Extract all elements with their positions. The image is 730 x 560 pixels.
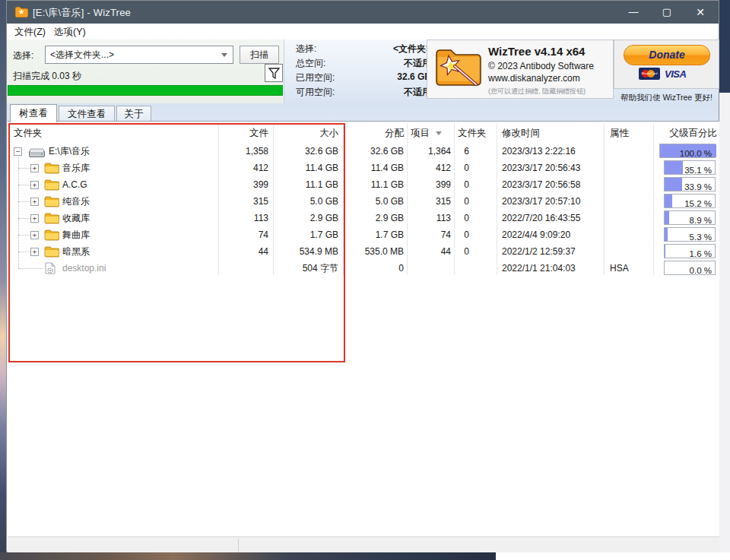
menu-item-file[interactable]: 文件(Z) [14, 26, 46, 39]
tree-connector [18, 201, 30, 202]
table-row[interactable]: + A.C.G39911.1 GB11.1 GB39902023/3/17 20… [8, 176, 719, 193]
cell-modified: 2023/3/17 20:57:10 [502, 193, 580, 210]
tab-about[interactable]: 关于 [116, 106, 151, 122]
cell-modified: 2022/4/4 9:09:20 [502, 226, 570, 243]
expand-icon[interactable]: + [30, 231, 39, 239]
desktop-wallpaper-left [0, 0, 6, 560]
folder-select-value: <选择文件夹...> [50, 46, 114, 63]
cell-allocated: 0 [338, 260, 404, 277]
cell-size: 11.1 GB [270, 176, 338, 193]
tree-node-label: desktop.ini [62, 260, 106, 277]
folder-select-dropdown[interactable]: <选择文件夹...> [45, 46, 233, 64]
file-icon [44, 262, 56, 280]
percent-bar [665, 161, 683, 174]
wiztree-window: [E:\库\音乐] - WizTree — ▢ ✕ 文件(Z) 选项(Y) 选择… [6, 0, 719, 552]
status-bar-divider [238, 539, 239, 552]
table-row[interactable]: + 舞曲库741.7 GB1.7 GB7402022/4/4 9:09:205.… [8, 226, 719, 243]
cell-size: 504 字节 [270, 260, 338, 277]
column-header-parent-percent[interactable]: 父级百分比 [658, 127, 717, 140]
cell-parent-percent: 8.9 % [664, 210, 716, 225]
table-row[interactable]: + 纯音乐3155.0 GB5.0 GB31502023/3/17 20:57:… [8, 193, 719, 210]
website-link[interactable]: www.diskanalyzer.com [488, 73, 580, 84]
tree-connector [18, 155, 19, 268]
tree-node-label: 暗黑系 [62, 243, 90, 260]
cell-parent-percent: 15.2 % [664, 194, 716, 208]
table-row[interactable]: + 音乐库41211.4 GB11.4 GB41202023/3/17 20:5… [8, 160, 719, 176]
cell-size: 534.9 MB [270, 243, 338, 260]
menu-item-options[interactable]: 选项(Y) [54, 26, 86, 39]
select-label: 选择: [13, 49, 33, 62]
cell-attributes: HSA [610, 260, 629, 277]
expand-icon[interactable]: + [30, 214, 39, 223]
tab-tree-view[interactable]: 树查看 [10, 104, 57, 122]
cell-files: 74 [200, 226, 268, 243]
expand-icon[interactable]: + [30, 181, 39, 189]
cell-modified: 2022/1/1 21:04:03 [502, 260, 576, 277]
app-version-title: WizTree v4.14 x64 [488, 45, 585, 58]
info-row-total-space: 总空间: 不适用 [290, 55, 431, 70]
expand-icon[interactable]: + [30, 198, 39, 206]
expand-icon[interactable]: + [30, 164, 39, 172]
donation-note: (您可以通过捐赠, 隐藏捐赠按钮) [488, 87, 586, 96]
column-header-items[interactable]: 项目 [411, 127, 430, 140]
title-bar[interactable]: [E:\库\音乐] - WizTree — ▢ ✕ [7, 1, 719, 24]
cell-folders: 0 [436, 210, 469, 226]
column-header-size[interactable]: 大小 [270, 127, 338, 140]
percent-bar [665, 195, 672, 207]
table-row[interactable]: + 暗黑系44534.9 MB535.0 MB4402022/1/2 12:59… [8, 243, 719, 260]
tab-file-view[interactable]: 文件查看 [59, 106, 115, 122]
column-header-folder-tree[interactable]: 文件夹 [14, 127, 43, 140]
table-header-row: 文件夹 文件 大小 分配 项目 文件夹 修改时间 属性 父级百分比 [8, 124, 719, 142]
mastercard-icon: MasterCard [639, 68, 660, 80]
column-header-files[interactable]: 文件 [200, 127, 268, 140]
tree-connector [18, 168, 30, 169]
donate-button[interactable]: Donate [624, 45, 710, 65]
cell-folders: 0 [436, 226, 469, 243]
cell-size: 11.4 GB [270, 160, 338, 176]
filter-funnel-icon [268, 68, 280, 79]
cell-size: 32.6 GB [270, 143, 338, 160]
cell-modified: 2023/3/13 2:22:16 [502, 143, 576, 160]
tree-connector [18, 252, 30, 252]
expand-icon[interactable]: + [30, 248, 39, 256]
column-header-allocated[interactable]: 分配 [338, 127, 404, 140]
percent-text: 0.0 % [690, 262, 712, 279]
column-header-attributes[interactable]: 属性 [610, 127, 629, 140]
app-icon [15, 7, 28, 17]
scan-progress-bar [8, 85, 283, 96]
tree-node-label: 音乐库 [62, 160, 90, 176]
cell-files: 113 [200, 210, 268, 226]
table-row[interactable]: desktop.ini504 字节02022/1/1 21:04:03HSA0.… [8, 260, 719, 277]
cell-files: 399 [200, 176, 268, 193]
info-row-free-space: 可用空间: 不适用 [290, 84, 431, 99]
filter-button[interactable] [265, 64, 283, 82]
cell-parent-percent: 33.9 % [664, 177, 716, 191]
close-button[interactable]: ✕ [684, 1, 717, 24]
column-header-modified[interactable]: 修改时间 [502, 127, 540, 140]
tree-connector [18, 268, 43, 269]
scan-toolbar: 选择: <选择文件夹...> 扫描 扫描完成 0.03 秒 [7, 40, 284, 103]
desktop-wallpaper-topright [719, 0, 730, 93]
tree-connector [18, 218, 30, 219]
status-bar [8, 536, 719, 552]
header-panel: 选择: <选择文件夹...> 扫描 扫描完成 0.03 秒 选择: <文件夹> … [7, 40, 719, 103]
scan-button[interactable]: 扫描 [240, 46, 279, 64]
tree-node-label: 收藏库 [62, 210, 90, 226]
maximize-button[interactable]: ▢ [650, 1, 684, 24]
desktop-wallpaper-right [719, 93, 730, 552]
info-label: 可用空间: [296, 86, 335, 99]
cell-parent-percent: 35.1 % [664, 160, 716, 175]
cell-files: 1,358 [200, 143, 268, 160]
table-row[interactable]: − E:\库\音乐1,35832.6 GB32.6 GB1,36462023/3… [8, 143, 719, 160]
menu-bar: 文件(Z) 选项(Y) [7, 24, 719, 40]
tree-node-label: 舞曲库 [62, 226, 90, 243]
minimize-button[interactable]: — [617, 1, 650, 24]
cell-folders: 0 [436, 193, 469, 210]
column-header-folders[interactable]: 文件夹 [458, 127, 487, 140]
table-row[interactable]: + 收藏库1132.9 GB2.9 GB11302022/7/20 16:43:… [8, 210, 719, 226]
about-panel: WizTree v4.14 x64 © 2023 Antibody Softwa… [427, 40, 614, 99]
cell-files: 412 [200, 160, 268, 176]
cell-files: 44 [200, 243, 268, 260]
cell-files: 315 [200, 193, 268, 210]
desktop-wallpaper-photo [0, 552, 496, 560]
